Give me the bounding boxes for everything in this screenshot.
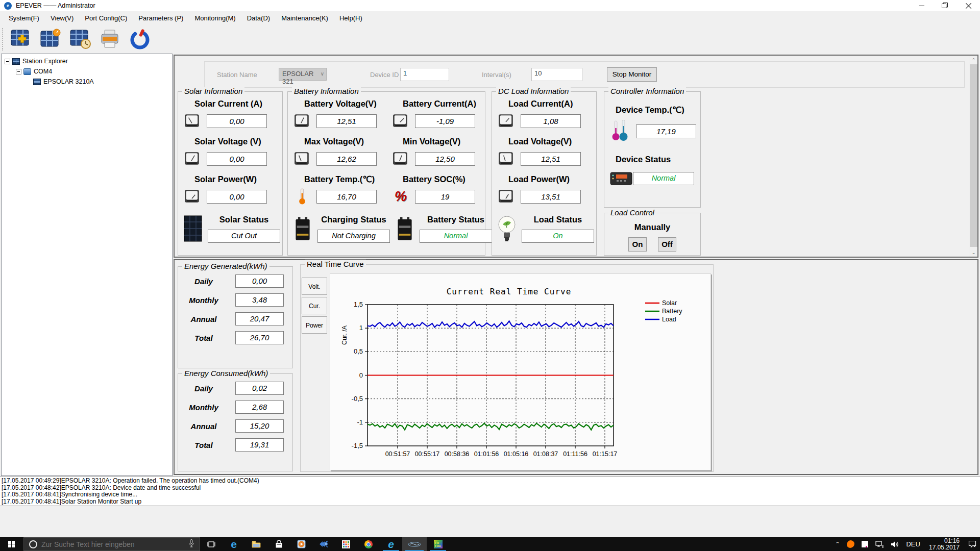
minimize-button[interactable] bbox=[910, 0, 933, 11]
group-title: Solar Information bbox=[182, 87, 244, 95]
battery-soc-label: Battery SOC(%) bbox=[403, 174, 485, 184]
load-on-button[interactable]: On bbox=[628, 237, 647, 252]
menu-monitoring[interactable]: Monitoring(M) bbox=[189, 12, 241, 24]
monitor-station-button[interactable] bbox=[38, 27, 64, 52]
tree-item-station-explorer[interactable]: Station Explorer bbox=[2, 56, 172, 66]
svg-text:0: 0 bbox=[359, 371, 363, 379]
restore-button[interactable] bbox=[933, 0, 957, 11]
battery-voltage-value: 12,51 bbox=[316, 114, 377, 128]
internet-explorer-icon[interactable]: e bbox=[380, 537, 402, 551]
battery-temp-value: 16,70 bbox=[316, 190, 377, 204]
tree-item-com4[interactable]: COM4 bbox=[2, 66, 172, 77]
detail-panel: Energy Generated(kWh) Daily0,00 Monthly3… bbox=[174, 259, 978, 475]
menu-data[interactable]: Data(D) bbox=[241, 12, 276, 24]
start-button[interactable] bbox=[0, 537, 23, 551]
microphone-icon[interactable] bbox=[188, 539, 194, 549]
group-title: DC Load Information bbox=[496, 87, 571, 95]
svg-text:01:05:16: 01:05:16 bbox=[504, 450, 529, 458]
cortana-icon bbox=[29, 540, 37, 548]
window-title: EPEVER —— Administrator bbox=[16, 2, 95, 9]
station-name-combo[interactable]: EPSOLAR 321 ∨ bbox=[279, 68, 327, 81]
action-center-icon[interactable] bbox=[965, 537, 980, 551]
dual-thermometer-icon bbox=[609, 119, 631, 143]
add-station-button[interactable] bbox=[8, 27, 35, 52]
monitor-scrollbar[interactable]: ⌃ ⌄ bbox=[969, 56, 977, 257]
scrollbar-thumb[interactable] bbox=[970, 64, 977, 247]
tree-item-label: EPSOLAR 3210A bbox=[43, 78, 94, 85]
clock[interactable]: 01:16 17.05.2017 bbox=[924, 537, 965, 551]
menu-system[interactable]: System(F) bbox=[3, 12, 45, 24]
svg-text:01:11:56: 01:11:56 bbox=[563, 450, 587, 458]
log-line: [17.05.2017 00:48:42]EPSOLAR 3210A: Devi… bbox=[2, 485, 978, 492]
scroll-down-icon[interactable]: ⌄ bbox=[969, 248, 978, 257]
device-id-field[interactable]: 1 bbox=[400, 68, 449, 81]
menu-port-config[interactable]: Port Config(C) bbox=[79, 12, 133, 24]
battery-information-group: Battery Information Battery Voltage(V) 1… bbox=[287, 91, 485, 256]
solar-current-label: Solar Current (A) bbox=[194, 99, 282, 109]
search-input[interactable] bbox=[41, 540, 188, 548]
chrome-icon[interactable] bbox=[357, 537, 380, 551]
monitor-panel: Station Name EPSOLAR 321 ∨ Device ID 1 I… bbox=[174, 55, 978, 258]
tab-power[interactable]: Power bbox=[302, 316, 327, 334]
station-icon bbox=[12, 58, 20, 65]
min-voltage-label: Min Voltage(V) bbox=[403, 137, 485, 146]
tab-cur[interactable]: Cur. bbox=[302, 297, 327, 314]
log-panel: [17.05.2017 00:49:29]EPSOLAR 3210A: Oper… bbox=[0, 477, 980, 506]
interval-field[interactable]: 10 bbox=[531, 68, 582, 81]
epever-app-icon[interactable] bbox=[402, 537, 427, 551]
edge-icon[interactable]: e bbox=[223, 537, 245, 551]
device-temp-value: 17,19 bbox=[636, 124, 696, 138]
menu-view[interactable]: View(V) bbox=[45, 12, 79, 24]
media-player-icon[interactable] bbox=[290, 537, 312, 551]
history-data-button[interactable] bbox=[67, 27, 94, 52]
menu-parameters[interactable]: Parameters (P) bbox=[133, 12, 189, 24]
task-view-button[interactable] bbox=[200, 537, 223, 551]
gen-monthly-value: 3,48 bbox=[235, 293, 284, 307]
app-grid-icon[interactable] bbox=[335, 537, 357, 551]
group-title: Controller Information bbox=[608, 87, 686, 95]
network-tray-icon[interactable] bbox=[872, 537, 887, 551]
close-button[interactable] bbox=[957, 0, 980, 11]
collapse-icon[interactable] bbox=[5, 59, 10, 64]
gen-daily-label: Daily bbox=[178, 277, 229, 286]
taskbar: e e FixFoto ⌃ DEU 01:1 bbox=[0, 537, 980, 551]
tab-volt[interactable]: Volt. bbox=[302, 278, 327, 295]
con-daily-value: 0,02 bbox=[235, 382, 284, 395]
menu-maintenance[interactable]: Maintenance(K) bbox=[276, 12, 334, 24]
gauge-icon bbox=[183, 150, 202, 167]
tray-time: 01:16 bbox=[929, 538, 960, 544]
scroll-up-icon[interactable]: ⌃ bbox=[969, 56, 978, 64]
device-status-value: Normal bbox=[633, 172, 694, 185]
svg-text:Cur. /A: Cur. /A bbox=[341, 325, 348, 345]
volume-tray-icon[interactable] bbox=[887, 537, 902, 551]
tree-item-epsolar-3210a[interactable]: EPSOLAR 3210A bbox=[2, 77, 172, 87]
gauge-icon bbox=[183, 112, 202, 130]
file-explorer-icon[interactable] bbox=[245, 537, 267, 551]
exit-power-button[interactable] bbox=[127, 27, 153, 52]
store-icon[interactable] bbox=[267, 537, 290, 551]
language-indicator[interactable]: DEU bbox=[902, 537, 923, 551]
taskbar-search[interactable] bbox=[23, 537, 200, 551]
load-off-button[interactable]: Off bbox=[658, 237, 676, 252]
station-name-label: Station Name bbox=[217, 71, 257, 79]
con-daily-label: Daily bbox=[178, 384, 229, 393]
app-tray-icon[interactable] bbox=[858, 537, 872, 551]
print-button[interactable] bbox=[97, 27, 124, 52]
windows-logo-icon bbox=[8, 541, 15, 548]
fixfoto-icon[interactable]: FixFoto bbox=[427, 537, 449, 551]
group-title: Energy Consumed(kWh) bbox=[182, 369, 270, 378]
svg-text:Load: Load bbox=[662, 316, 676, 323]
collapse-icon[interactable] bbox=[16, 69, 21, 74]
solar-power-label: Solar Power(W) bbox=[194, 174, 282, 184]
group-title: Load Control bbox=[608, 208, 656, 217]
title-bar: e EPEVER —— Administrator bbox=[0, 0, 980, 11]
menu-help[interactable]: Help(H) bbox=[334, 12, 368, 24]
load-voltage-label: Load Voltage(V) bbox=[508, 137, 596, 146]
gen-total-label: Total bbox=[178, 334, 229, 342]
player-icon[interactable] bbox=[312, 537, 335, 551]
avast-tray-icon[interactable] bbox=[843, 537, 858, 551]
energy-consumed-group: Energy Consumed(kWh) Daily0,02 Monthly2,… bbox=[178, 373, 293, 471]
solar-voltage-value: 0,00 bbox=[207, 152, 267, 166]
tray-expand-icon[interactable]: ⌃ bbox=[831, 537, 843, 551]
stop-monitor-button[interactable]: Stop Monitor bbox=[607, 67, 657, 82]
